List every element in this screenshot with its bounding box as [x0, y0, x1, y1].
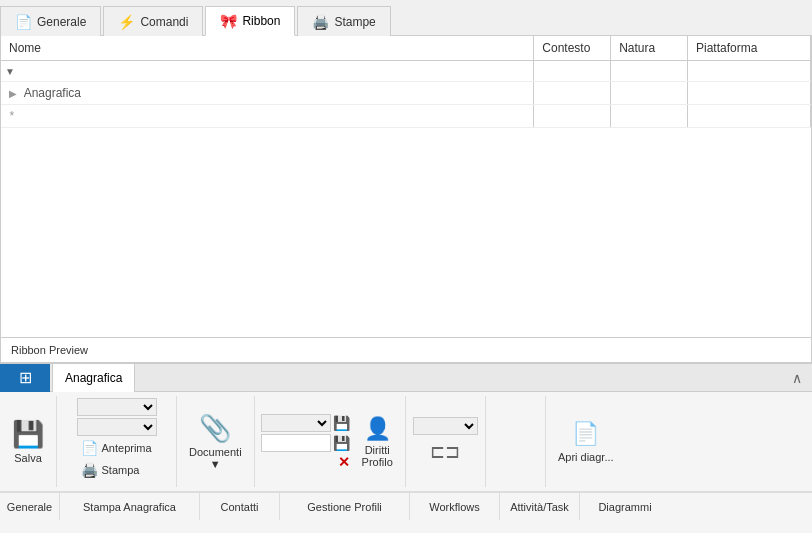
contatti-buttons: 📎 Documenti▼ [183, 398, 248, 485]
ribbon-table: Nome Contesto Natura Piattaforma ▼ ▶ Ana… [1, 36, 811, 128]
ribbon-tabs-row: ⊞ Anagrafica ∧ [0, 364, 812, 392]
stampa-dropdown-1[interactable] [77, 398, 157, 416]
row-natura-value [611, 82, 688, 105]
apri-diag-label: Apri diagr... [558, 451, 614, 463]
label-stampa-anagrafica: Stampa Anagrafica [60, 493, 200, 520]
diritti-profilo-icon: 👤 [364, 416, 391, 442]
comandi-icon: ⚡ [118, 14, 135, 30]
ribbon-anagrafica-tab[interactable]: Anagrafica [52, 364, 135, 392]
filter-row: ▼ [1, 61, 811, 82]
salva-icon: 💾 [12, 419, 44, 450]
ribbon-icon: 🎀 [220, 13, 237, 29]
workflows-dropdown[interactable] [413, 417, 478, 435]
new-row-icon: * [9, 109, 14, 123]
tab-stampe[interactable]: 🖨️ Stampe [297, 6, 390, 36]
ribbon-group-attivita [486, 396, 546, 487]
stampa-label: Stampa [102, 464, 140, 476]
anteprima-label: Anteprima [102, 442, 152, 454]
label-generale: Generale [0, 493, 60, 520]
stampa-small-buttons: 📄 Anteprima 🖨️ Stampa [77, 438, 156, 480]
ribbon-group-workflows: ⊏⊐ [406, 396, 486, 487]
save-profilo-btn-1[interactable]: 💾 [333, 415, 350, 431]
delete-profilo-btn[interactable]: ✕ [338, 454, 350, 470]
tabs-bar: 📄 Generale ⚡ Comandi 🎀 Ribbon 🖨️ Stampe [0, 0, 812, 36]
stampa-icon: 🖨️ [81, 462, 98, 478]
tab-ribbon-label: Ribbon [242, 14, 280, 28]
diritti-profilo-label: Diritti Profilo [362, 444, 393, 468]
generale-icon: 📄 [15, 14, 32, 30]
ribbon-group-diagrammi: 📄 Apri diagr... [546, 396, 626, 487]
stampa-buttons: 📄 Anteprima 🖨️ Stampa [77, 398, 157, 485]
anteprima-button[interactable]: 📄 Anteprima [77, 438, 156, 458]
ribbon-group-gestione-profili: 💾 💾 ✕ 👤 Diritti Profilo [255, 396, 406, 487]
col-header-natura: Natura [611, 36, 688, 61]
new-row[interactable]: * [1, 105, 811, 128]
ribbon-labels-row: Generale Stampa Anagrafica Contatti Gest… [0, 492, 812, 520]
apri-diagramma-button[interactable]: 📄 Apri diagr... [554, 419, 618, 465]
ribbon-group-stampa: 📄 Anteprima 🖨️ Stampa [57, 396, 177, 487]
generale-buttons: 💾 Salva [6, 398, 50, 485]
table-area: Nome Contesto Natura Piattaforma ▼ ▶ Ana… [1, 36, 811, 337]
main-content: Nome Contesto Natura Piattaforma ▼ ▶ Ana… [0, 36, 812, 363]
ribbon-toolbar: 💾 Salva 📄 Antepri [0, 392, 812, 492]
tab-generale[interactable]: 📄 Generale [0, 6, 101, 36]
ribbon-home-icon: ⊞ [19, 368, 32, 387]
row-expand-icon[interactable]: ▶ [9, 88, 17, 99]
ribbon-group-contatti: 📎 Documenti▼ [177, 396, 255, 487]
salva-button[interactable]: 💾 Salva [6, 415, 50, 468]
ribbon-home-button[interactable]: ⊞ [0, 364, 50, 392]
ribbon-group-generale: 💾 Salva [0, 396, 57, 487]
stampa-dropdown-2[interactable] [77, 418, 157, 436]
label-gestione-profili: Gestione Profili [280, 493, 410, 520]
diagrammi-buttons: 📄 Apri diagr... [554, 398, 618, 485]
documenti-icon: 📎 [199, 413, 231, 444]
save-profilo-btn-2[interactable]: 💾 [333, 435, 350, 451]
documenti-label: Documenti▼ [189, 446, 242, 470]
row-nome-value: Anagrafica [24, 86, 81, 100]
ribbon-preview-label: Ribbon Preview [1, 337, 811, 362]
ribbon-anagrafica-label: Anagrafica [65, 371, 122, 385]
documenti-button[interactable]: 📎 Documenti▼ [183, 409, 248, 474]
stampe-icon: 🖨️ [312, 14, 329, 30]
label-contatti: Contatti [200, 493, 280, 520]
filter-icon: ▼ [5, 66, 15, 77]
tab-generale-label: Generale [37, 15, 86, 29]
apri-diag-icon: 📄 [572, 421, 599, 447]
col-header-contesto: Contesto [534, 36, 611, 61]
collapse-icon: ∧ [792, 370, 802, 386]
label-attivita: Attività/Task [500, 493, 580, 520]
tab-comandi[interactable]: ⚡ Comandi [103, 6, 203, 36]
workflows-connect-icon[interactable]: ⊏⊐ [430, 437, 460, 467]
profili-dropdown[interactable] [261, 414, 331, 432]
anteprima-icon: 📄 [81, 440, 98, 456]
table-row[interactable]: ▶ Anagrafica [1, 82, 811, 105]
col-header-nome: Nome [1, 36, 534, 61]
tab-ribbon[interactable]: 🎀 Ribbon [205, 6, 295, 36]
col-header-piattaforma: Piattaforma [688, 36, 811, 61]
row-piattaforma-value [688, 82, 811, 105]
ribbon-section: ⊞ Anagrafica ∧ 💾 Salva [0, 363, 812, 533]
diritti-profilo-button[interactable]: 👤 Diritti Profilo [356, 412, 399, 472]
row-contesto-value [534, 82, 611, 105]
tab-comandi-label: Comandi [140, 15, 188, 29]
salva-label: Salva [14, 452, 42, 464]
tab-stampe-label: Stampe [334, 15, 375, 29]
ribbon-collapse-button[interactable]: ∧ [786, 368, 808, 388]
label-diagrammi: Diagrammi [580, 493, 670, 520]
stampa-button[interactable]: 🖨️ Stampa [77, 460, 156, 480]
label-workflows: Workflows [410, 493, 500, 520]
